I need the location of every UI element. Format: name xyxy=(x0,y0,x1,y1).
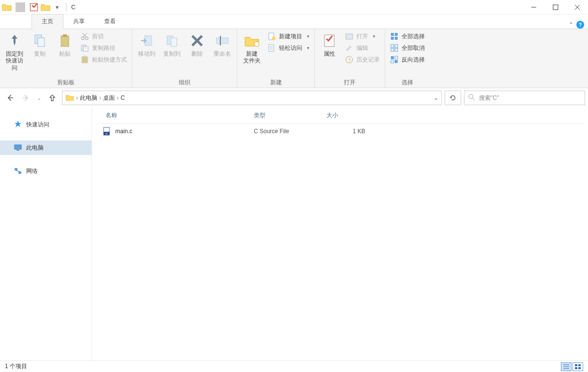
tab-view[interactable]: 查看 xyxy=(94,15,125,29)
help-icon[interactable]: ? xyxy=(576,21,584,29)
paste-shortcut-button[interactable]: 粘贴快捷方式 xyxy=(78,54,129,65)
ribbon-group-open: 属性 打开▾ 编辑 历史记录 打开 xyxy=(315,29,385,88)
crumb-thispc[interactable]: 此电脑 xyxy=(80,94,97,102)
group-label-open: 打开 xyxy=(318,78,382,87)
history-button[interactable]: 历史记录 xyxy=(343,54,382,65)
title-bar: ▾ C xyxy=(0,0,588,15)
close-button[interactable] xyxy=(566,0,588,15)
sidebar-item-quick-access[interactable]: 快速访问 xyxy=(0,117,92,132)
details-view-button[interactable] xyxy=(561,362,572,371)
maximize-button[interactable] xyxy=(544,0,566,15)
file-list-pane: 名称 类型 大小 c main.c C Source File 1 KB xyxy=(92,108,588,360)
address-bar[interactable]: › 此电脑 › 桌面 › C ⌄ xyxy=(62,91,442,105)
ribbon-group-organize: 移动到 复制到 删除 重命名 组织 xyxy=(132,29,237,88)
crumb-current[interactable]: C xyxy=(121,94,125,101)
search-box[interactable]: 搜索"C" xyxy=(464,91,585,105)
refresh-button[interactable] xyxy=(445,91,461,105)
file-row[interactable]: c main.c C Source File 1 KB xyxy=(97,124,583,139)
column-type[interactable]: 类型 xyxy=(254,111,326,120)
select-all-button[interactable]: 全部选择 xyxy=(388,31,427,42)
svg-point-45 xyxy=(469,94,473,98)
paste-button[interactable]: 粘贴 xyxy=(53,31,77,59)
chevron-right-icon[interactable]: › xyxy=(99,94,101,101)
svg-rect-38 xyxy=(395,48,398,51)
separator xyxy=(66,3,66,12)
edit-icon xyxy=(345,44,354,52)
new-item-button[interactable]: 新建项目▾ xyxy=(265,31,311,42)
group-label-new: 新建 xyxy=(240,78,311,87)
svg-rect-58 xyxy=(575,364,577,366)
svg-rect-37 xyxy=(391,48,394,51)
select-none-icon xyxy=(390,44,399,52)
c-file-icon: c xyxy=(103,127,111,136)
cut-button[interactable]: 剪切 xyxy=(78,31,129,42)
svg-rect-16 xyxy=(83,56,86,58)
svg-rect-34 xyxy=(395,37,398,40)
invert-selection-button[interactable]: 反向选择 xyxy=(388,54,427,65)
chevron-right-icon[interactable]: › xyxy=(76,94,78,101)
new-item-icon xyxy=(267,32,276,41)
paste-icon xyxy=(57,33,73,48)
svg-rect-49 xyxy=(15,168,17,170)
open-button[interactable]: 打开▾ xyxy=(343,31,382,42)
tab-file[interactable]: 文件 xyxy=(0,14,31,29)
svg-point-24 xyxy=(254,42,259,46)
pc-icon xyxy=(14,143,22,152)
svg-rect-59 xyxy=(578,364,581,366)
group-label-organize: 组织 xyxy=(135,78,234,87)
easy-access-icon xyxy=(267,44,276,52)
chevron-right-icon[interactable]: › xyxy=(117,94,119,101)
svg-rect-60 xyxy=(575,367,577,369)
delete-button[interactable]: 删除 xyxy=(186,31,209,59)
folder-icon xyxy=(65,94,74,102)
rename-button[interactable]: 重命名 xyxy=(211,31,234,59)
new-folder-button[interactable]: 新建 文件夹 xyxy=(240,31,263,66)
address-dropdown-icon[interactable]: ⌄ xyxy=(433,94,438,101)
history-icon xyxy=(345,55,354,64)
nav-back-button[interactable] xyxy=(3,91,16,105)
svg-rect-35 xyxy=(391,45,394,47)
folder-icon[interactable] xyxy=(41,2,50,12)
qat-dropdown-icon[interactable]: ▾ xyxy=(52,2,62,12)
pin-to-quick-access-button[interactable]: 固定到 快速访问 xyxy=(3,31,26,73)
easy-access-button[interactable]: 轻松访问▾ xyxy=(265,43,311,53)
file-type: C Source File xyxy=(254,128,326,135)
svg-rect-19 xyxy=(171,38,177,46)
copy-to-button[interactable]: 复制到 xyxy=(160,31,184,59)
star-icon xyxy=(14,120,22,129)
column-size[interactable]: 大小 xyxy=(326,111,365,120)
ribbon: 固定到 快速访问 复制 粘贴 剪切 复制路径 xyxy=(0,29,588,88)
file-size: 1 KB xyxy=(326,128,365,135)
collapse-ribbon-icon[interactable]: ⌃ xyxy=(569,21,573,28)
svg-rect-42 xyxy=(395,60,398,63)
column-headers[interactable]: 名称 类型 大小 xyxy=(97,108,583,124)
select-none-button[interactable]: 全部取消 xyxy=(388,43,427,53)
view-toggle-group xyxy=(561,362,583,371)
nav-forward-button[interactable] xyxy=(19,91,33,105)
crumb-desktop[interactable]: 桌面 xyxy=(103,94,115,102)
copy-icon xyxy=(32,33,47,48)
nav-recent-dropdown[interactable]: ⌄ xyxy=(36,91,43,105)
icons-view-button[interactable] xyxy=(573,362,583,371)
sidebar-item-this-pc[interactable]: 此电脑 xyxy=(0,140,92,155)
column-name[interactable]: 名称 xyxy=(99,111,254,120)
edit-button[interactable]: 编辑 xyxy=(343,43,382,53)
open-icon xyxy=(345,32,354,41)
copy-path-button[interactable]: 复制路径 xyxy=(78,43,129,53)
group-label-clipboard: 剪贴板 xyxy=(3,78,129,87)
tab-share[interactable]: 共享 xyxy=(63,15,94,29)
qat-properties-icon[interactable] xyxy=(29,2,39,12)
window-title: C xyxy=(68,4,76,11)
nav-up-button[interactable] xyxy=(46,91,59,105)
network-icon xyxy=(14,167,22,175)
minimize-button[interactable] xyxy=(523,0,544,15)
properties-button[interactable]: 属性 xyxy=(318,31,341,59)
navigation-bar: ⌄ › 此电脑 › 桌面 › C ⌄ 搜索"C" xyxy=(0,88,588,108)
copy-button[interactable]: 复制 xyxy=(28,31,51,59)
sidebar-item-network[interactable]: 网络 xyxy=(0,164,92,178)
move-to-button[interactable]: 移动到 xyxy=(135,31,158,59)
ribbon-group-select: 全部选择 全部取消 反向选择 选择 xyxy=(385,29,430,88)
tab-home[interactable]: 主页 xyxy=(31,14,63,29)
svg-rect-8 xyxy=(63,34,67,37)
separator xyxy=(15,2,25,12)
